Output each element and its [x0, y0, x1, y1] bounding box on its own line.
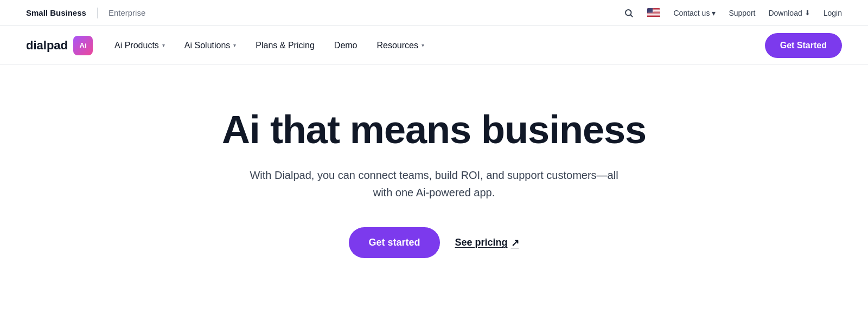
- support-link[interactable]: Support: [729, 9, 755, 17]
- nav-item-demo[interactable]: Demo: [334, 41, 358, 50]
- contact-us-label: Contact us: [673, 9, 710, 17]
- nav-ai-solutions-label: Ai Solutions: [184, 41, 231, 50]
- ai-solutions-chevron-icon: ▾: [233, 42, 236, 48]
- see-pricing-label: See pricing: [455, 237, 508, 248]
- nav-ai-products-label: Ai Products: [114, 41, 159, 50]
- tab-enterprise[interactable]: Enterprise: [98, 8, 156, 17]
- ai-products-chevron-icon: ▾: [162, 42, 165, 48]
- get-started-button[interactable]: Get Started: [765, 33, 842, 58]
- top-bar-right: ★★★★★★ ★★★★★ ★★★★★★ ★★★★★ Contact us ▾ S…: [623, 8, 842, 18]
- logo-text: dialpad: [26, 38, 68, 53]
- contact-us-chevron-icon: ▾: [712, 9, 716, 17]
- nav-resources-label: Resources: [377, 41, 418, 50]
- hero-get-started-button[interactable]: Get started: [349, 227, 439, 258]
- logo-ai-badge: Ai: [73, 36, 93, 55]
- nav-plans-pricing-label: Plans & Pricing: [256, 41, 315, 50]
- top-bar: Small Business Enterprise ★★★★★★: [0, 0, 868, 26]
- download-button[interactable]: Download ⬇: [768, 9, 810, 17]
- hero-title: Ai that means business: [222, 108, 646, 151]
- login-link[interactable]: Login: [824, 9, 842, 17]
- hero-subtitle: With Dialpad, you can connect teams, bui…: [239, 166, 629, 201]
- hero-section: Ai that means business With Dialpad, you…: [0, 65, 868, 291]
- see-pricing-arrow-icon: ↗: [511, 237, 519, 249]
- search-icon[interactable]: [623, 8, 634, 18]
- hero-cta: Get started See pricing ↗: [349, 227, 519, 258]
- svg-line-1: [631, 15, 633, 16]
- main-nav: dialpad Ai Ai Products ▾ Ai Solutions ▾ …: [0, 26, 868, 65]
- nav-items: Ai Products ▾ Ai Solutions ▾ Plans & Pri…: [114, 41, 424, 50]
- logo[interactable]: dialpad Ai: [26, 36, 93, 55]
- nav-item-ai-solutions[interactable]: Ai Solutions ▾: [184, 41, 237, 50]
- hero-see-pricing-link[interactable]: See pricing ↗: [455, 237, 519, 249]
- top-bar-left: Small Business Enterprise: [26, 8, 156, 18]
- tab-small-business[interactable]: Small Business: [26, 8, 97, 17]
- nav-item-resources[interactable]: Resources ▾: [377, 41, 424, 50]
- nav-left: dialpad Ai Ai Products ▾ Ai Solutions ▾ …: [26, 36, 424, 55]
- svg-rect-7: [647, 14, 660, 15]
- svg-rect-8: [647, 15, 660, 16]
- logo-ai-text: Ai: [80, 41, 87, 49]
- contact-us-button[interactable]: Contact us ▾: [673, 9, 716, 17]
- svg-rect-6: [647, 12, 660, 13]
- nav-item-ai-products[interactable]: Ai Products ▾: [114, 41, 165, 50]
- language-flag-icon[interactable]: ★★★★★★ ★★★★★ ★★★★★★ ★★★★★: [647, 8, 660, 18]
- nav-item-plans-pricing[interactable]: Plans & Pricing: [256, 41, 315, 50]
- download-icon: ⬇: [805, 9, 810, 17]
- download-label: Download: [768, 9, 802, 17]
- resources-chevron-icon: ▾: [422, 42, 424, 48]
- nav-demo-label: Demo: [334, 41, 358, 50]
